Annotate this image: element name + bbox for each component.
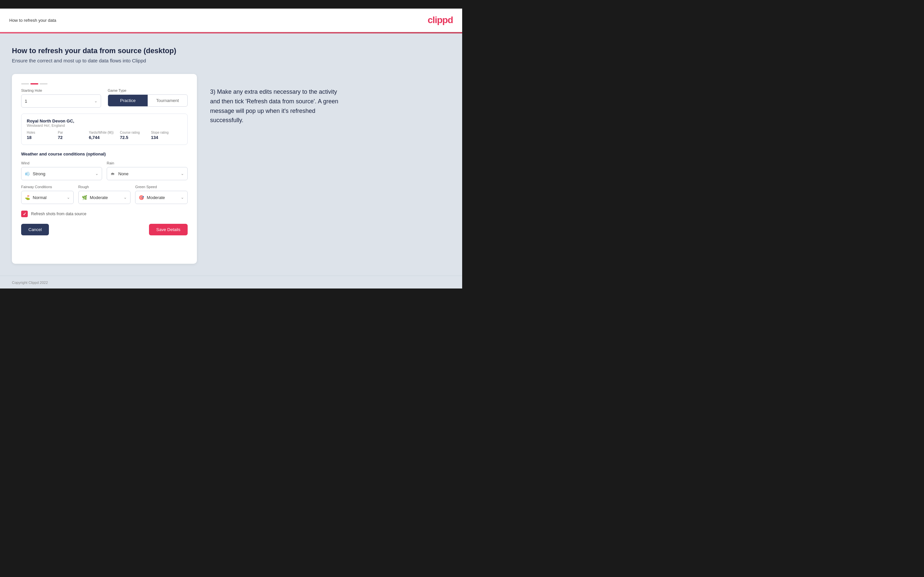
top-bar xyxy=(0,0,462,8)
holes-label: Holes xyxy=(27,131,58,134)
chevron-down-icon: ⌄ xyxy=(67,195,70,200)
chevron-down-icon: ⌄ xyxy=(124,195,127,200)
par-value: 72 xyxy=(58,135,89,140)
rough-value: Moderate xyxy=(90,195,124,200)
stat-par: Par 72 xyxy=(58,131,89,140)
rough-group: Rough Moderate ⌄ xyxy=(78,185,131,204)
starting-hole-value: 1 xyxy=(25,99,94,104)
fairway-select[interactable]: Normal ⌄ xyxy=(21,191,74,204)
copyright-text: Copyright Clippd 2022 xyxy=(12,280,48,285)
practice-button[interactable]: Practice xyxy=(108,95,148,106)
header-title: How to refresh your data xyxy=(9,18,56,23)
header: How to refresh your data clippd xyxy=(0,8,462,32)
content-area: Starting Hole 1 ⌄ Game Type Practice Tou… xyxy=(12,74,450,264)
fairway-group: Fairway Conditions Normal ⌄ xyxy=(21,185,74,204)
slope-rating-value: 134 xyxy=(151,135,182,140)
slope-rating-label: Slope rating xyxy=(151,131,182,134)
fairway-label: Fairway Conditions xyxy=(21,185,74,189)
tab-dot-3 xyxy=(40,83,48,84)
game-type-label: Game Type xyxy=(108,89,187,92)
green-speed-value: Moderate xyxy=(147,195,181,200)
page-subheading: Ensure the correct and most up to date d… xyxy=(12,58,450,63)
refresh-checkbox-row: ✓ Refresh shots from data source xyxy=(21,211,187,217)
green-speed-icon xyxy=(139,194,145,200)
wind-select[interactable]: Strong ⌄ xyxy=(21,167,102,180)
page-heading: How to refresh your data from source (de… xyxy=(12,47,450,55)
chevron-down-icon: ⌄ xyxy=(181,195,184,200)
stat-course-rating: Course rating 72.5 xyxy=(120,131,151,140)
chevron-down-icon: ⌄ xyxy=(95,171,99,176)
form-panel: Starting Hole 1 ⌄ Game Type Practice Tou… xyxy=(12,74,197,264)
starting-hole-select[interactable]: 1 ⌄ xyxy=(21,94,101,108)
wind-label: Wind xyxy=(21,161,102,165)
tab-dot-2 xyxy=(31,83,38,84)
course-card: Royal North Devon GC, Westward Ho!, Engl… xyxy=(21,114,187,145)
logo: clippd xyxy=(428,15,453,26)
game-type-group: Game Type Practice Tournament xyxy=(108,89,187,108)
wind-group: Wind Strong ⌄ xyxy=(21,161,102,180)
rough-select[interactable]: Moderate ⌄ xyxy=(78,191,131,204)
wind-value: Strong xyxy=(33,171,95,176)
rain-label: Rain xyxy=(107,161,187,165)
conditions-row-3: Fairway Conditions Normal ⌄ Rough Modera… xyxy=(21,185,187,204)
yards-value: 6,744 xyxy=(89,135,120,140)
game-type-buttons: Practice Tournament xyxy=(108,94,187,106)
conditions-grid-top: Wind Strong ⌄ Rain None ⌄ xyxy=(21,161,187,180)
green-speed-select[interactable]: Moderate ⌄ xyxy=(135,191,187,204)
stat-yards: Yards/White (M)) 6,744 xyxy=(89,131,120,140)
chevron-down-icon: ⌄ xyxy=(94,99,97,103)
cancel-button[interactable]: Cancel xyxy=(21,224,49,235)
stat-slope-rating: Slope rating 134 xyxy=(151,131,182,140)
main-content: How to refresh your data from source (de… xyxy=(0,33,462,276)
course-rating-value: 72.5 xyxy=(120,135,151,140)
rough-label: Rough xyxy=(78,185,131,189)
fairway-value: Normal xyxy=(33,195,67,200)
top-form-row: Starting Hole 1 ⌄ Game Type Practice Tou… xyxy=(21,89,187,108)
tab-indicator xyxy=(21,83,187,84)
footer: Copyright Clippd 2022 xyxy=(0,276,462,288)
fairway-icon xyxy=(25,194,31,200)
weather-section-label: Weather and course conditions (optional) xyxy=(21,152,187,156)
rain-icon xyxy=(110,171,116,177)
rain-value: None xyxy=(118,171,181,176)
check-icon: ✓ xyxy=(23,211,26,216)
rough-icon xyxy=(82,194,88,200)
wind-icon xyxy=(25,171,31,177)
stat-holes: Holes 18 xyxy=(27,131,58,140)
instruction-text: 3) Make any extra edits necessary to the… xyxy=(210,87,342,125)
yards-label: Yards/White (M)) xyxy=(89,131,120,134)
course-stats: Holes 18 Par 72 Yards/White (M)) 6,744 C… xyxy=(27,131,182,140)
starting-hole-group: Starting Hole 1 ⌄ xyxy=(21,89,101,108)
course-rating-label: Course rating xyxy=(120,131,151,134)
holes-value: 18 xyxy=(27,135,58,140)
rain-select[interactable]: None ⌄ xyxy=(107,167,187,180)
par-label: Par xyxy=(58,131,89,134)
button-row: Cancel Save Details xyxy=(21,224,187,235)
tournament-button[interactable]: Tournament xyxy=(148,95,187,106)
green-speed-label: Green Speed xyxy=(135,185,187,189)
rain-group: Rain None ⌄ xyxy=(107,161,187,180)
starting-hole-label: Starting Hole xyxy=(21,89,101,92)
green-speed-group: Green Speed Moderate ⌄ xyxy=(135,185,187,204)
refresh-label: Refresh shots from data source xyxy=(31,211,86,216)
refresh-checkbox[interactable]: ✓ xyxy=(21,211,28,217)
course-location: Westward Ho!, England xyxy=(27,124,182,127)
chevron-down-icon: ⌄ xyxy=(181,171,184,176)
instruction-panel: 3) Make any extra edits necessary to the… xyxy=(210,74,450,264)
course-name: Royal North Devon GC, xyxy=(27,119,182,124)
save-button[interactable]: Save Details xyxy=(149,224,187,235)
tab-dot-1 xyxy=(21,83,29,84)
